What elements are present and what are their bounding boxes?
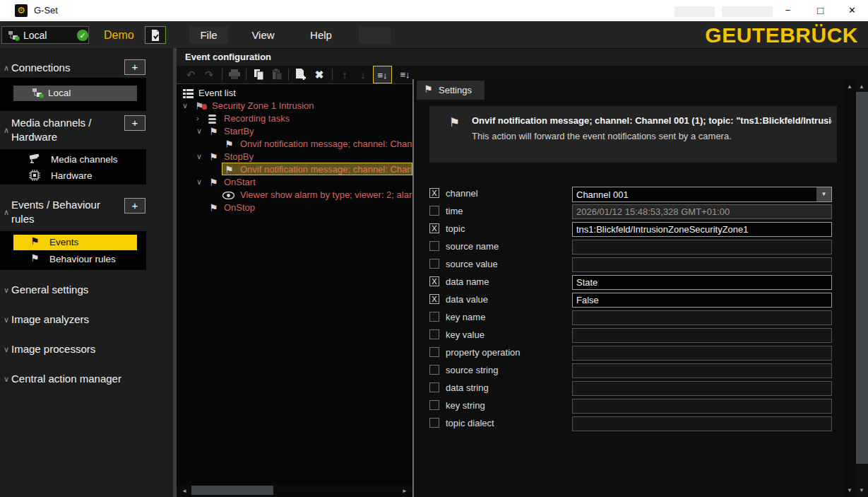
add-item-button[interactable] (292, 66, 309, 83)
tree-row[interactable]: Event list (177, 87, 412, 100)
section-image-analyzers[interactable]: Image analyzers (11, 312, 153, 327)
checkbox-source-name[interactable] (429, 241, 439, 251)
chevron-down-icon[interactable]: ∨ (182, 101, 188, 110)
key-name-input[interactable] (572, 310, 832, 325)
chevron-down-icon[interactable]: ∨ (196, 177, 202, 187)
time-input[interactable] (572, 204, 832, 219)
copy-button[interactable] (250, 66, 267, 83)
checkbox-data-name[interactable]: X (429, 276, 439, 286)
outer-vertical-scrollbar[interactable]: ▲ ▼ (856, 79, 868, 497)
section-central-action-manager[interactable]: Central action manager (11, 372, 160, 386)
checkbox-channel[interactable]: X (429, 188, 439, 198)
inner-vertical-scrollbar[interactable]: ▲ ▼ (845, 79, 855, 497)
redo-button[interactable]: ↷ (201, 66, 218, 83)
checkbox-source-string[interactable] (429, 365, 439, 375)
add-connection-button[interactable]: + (124, 59, 145, 75)
sidebar-item-behaviour-rules[interactable]: ⚑ Behaviour rules (0, 252, 146, 267)
tree-row[interactable]: ∨ ⚑ StopBy (177, 151, 412, 163)
tab-settings[interactable]: ⚑ Settings (417, 81, 484, 100)
scroll-down-icon[interactable]: ▼ (847, 487, 852, 493)
chevron-down-icon[interactable]: ∨ (4, 345, 9, 354)
checkbox-topic-dialect[interactable] (429, 418, 439, 428)
scroll-right-icon[interactable]: ► (402, 488, 408, 494)
chevron-up-icon[interactable]: ∧ (4, 64, 9, 73)
sidebar-item-media-channels[interactable]: Media channels (0, 151, 146, 167)
sort-mode-button-active[interactable]: ≡↓ (373, 66, 392, 83)
source-name-input[interactable] (572, 240, 832, 255)
channel-select[interactable]: Channel 001 ▼ (572, 187, 832, 202)
edit-profile-button[interactable] (145, 26, 166, 44)
minimize-button[interactable]: − (772, 0, 804, 21)
print-button[interactable] (226, 66, 243, 83)
checkbox-key-value[interactable] (429, 329, 439, 339)
menu-view[interactable]: View (244, 27, 283, 44)
chevron-up-icon[interactable]: ∧ (4, 126, 9, 135)
topic-input[interactable] (572, 222, 832, 237)
tree-row[interactable]: ⚑ OnStop (177, 201, 412, 214)
section-media-hardware[interactable]: Media channels / Hardware (11, 116, 121, 144)
horizontal-scrollbar[interactable]: ◄ ► (178, 485, 412, 496)
checkbox-topic[interactable]: X (429, 223, 439, 233)
checkbox-data-string[interactable] (429, 382, 439, 392)
connection-selector[interactable]: Local ✓ (1, 26, 89, 44)
close-button[interactable]: ✕ (836, 0, 868, 21)
source-string-input[interactable] (572, 363, 832, 378)
section-image-processors[interactable]: Image processors (11, 342, 153, 356)
checkbox-key-name[interactable] (429, 312, 439, 322)
add-media-button[interactable]: + (124, 115, 145, 131)
section-general-settings[interactable]: General settings (11, 283, 153, 297)
chevron-down-icon[interactable]: ∨ (4, 286, 9, 295)
scroll-up-icon[interactable]: ▲ (859, 83, 864, 90)
connected-check-icon: ✓ (77, 30, 88, 41)
chevron-up-icon[interactable]: ∧ (4, 208, 9, 217)
sidebar-item-local[interactable]: Local (13, 86, 137, 101)
scrollbar-thumb[interactable] (191, 486, 273, 495)
paste-button[interactable] (268, 66, 285, 83)
scroll-down-icon[interactable]: ▼ (859, 487, 864, 493)
section-events-rules[interactable]: Events / Behaviour rules (11, 198, 121, 226)
scroll-left-icon[interactable]: ◄ (182, 488, 187, 494)
tree-row[interactable]: ∨ ⚑ OnStart (177, 176, 412, 189)
source-value-input[interactable] (572, 257, 832, 272)
data-string-input[interactable] (572, 381, 832, 396)
scrollbar-thumb[interactable] (856, 92, 868, 464)
data-value-input[interactable] (572, 293, 832, 308)
chevron-down-icon[interactable]: ∨ (196, 127, 202, 136)
chevron-down-icon[interactable]: ∨ (196, 152, 202, 161)
sidebar-item-label: Media channels (51, 154, 118, 165)
scroll-up-icon[interactable]: ▲ (847, 83, 852, 90)
panel-divider[interactable] (412, 79, 414, 497)
tree-row-selected[interactable]: ⚑ Onvif notification message; channel: C… (177, 163, 412, 176)
move-up-button[interactable]: ↑ (336, 66, 353, 83)
tree-row[interactable]: ∨ ⚑ Security Zone 1 Intrusion (177, 100, 412, 112)
maximize-button[interactable]: □ (804, 0, 836, 21)
chevron-down-icon[interactable]: ▼ (816, 187, 831, 201)
sidebar-item-hardware[interactable]: Hardware (0, 168, 146, 183)
tree-row[interactable]: ∨ ⚑ StartBy (177, 125, 412, 138)
add-event-button[interactable]: + (124, 198, 145, 214)
move-down-button[interactable]: ↓ (355, 66, 371, 83)
undo-button[interactable]: ↶ (182, 66, 199, 83)
checkbox-source-value[interactable] (429, 259, 439, 269)
chevron-down-icon[interactable]: ∨ (4, 375, 9, 384)
chevron-right-icon[interactable]: › (196, 114, 199, 122)
delete-button[interactable]: ✖ (311, 66, 328, 83)
tree-row[interactable]: Viewer show alarm by type; viewer: 2; al… (177, 189, 412, 201)
sort-mode-button[interactable]: ≡↓ (396, 66, 415, 83)
tree-row[interactable]: ⚑ Onvif notification message; channel: C… (177, 138, 412, 151)
sidebar-item-events[interactable]: ⚑ Events (13, 235, 137, 250)
menu-help[interactable]: Help (302, 27, 340, 44)
key-string-input[interactable] (572, 399, 832, 414)
property-operation-input[interactable] (572, 346, 832, 361)
checkbox-property-operation[interactable] (429, 347, 439, 357)
checkbox-data-value[interactable]: X (429, 294, 439, 304)
chevron-down-icon[interactable]: ∨ (4, 315, 9, 324)
checkbox-key-string[interactable] (429, 400, 439, 410)
key-value-input[interactable] (572, 328, 832, 343)
menu-file[interactable]: File (189, 27, 228, 44)
checkbox-time[interactable] (429, 206, 439, 216)
topic-dialect-input[interactable] (572, 416, 832, 431)
data-name-input[interactable] (572, 275, 832, 290)
tree-row[interactable]: › Recording tasks (177, 112, 412, 125)
section-connections[interactable]: Connections (11, 61, 121, 75)
